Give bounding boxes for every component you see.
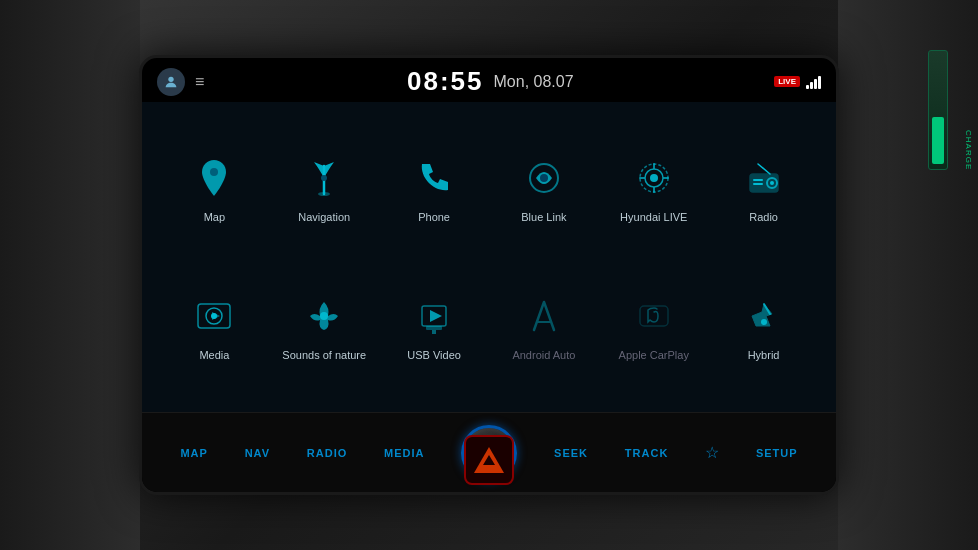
signal-bar-2 (810, 82, 813, 89)
app-map[interactable]: Map (162, 122, 267, 255)
app-hybrid-label: Hybrid (748, 348, 780, 362)
app-media-label: Media (199, 348, 229, 362)
ctrl-radio[interactable]: RADIO (307, 447, 347, 459)
applecarplay-icon (628, 290, 680, 342)
usbvideo-icon (408, 290, 460, 342)
signal-bar-4 (818, 76, 821, 89)
svg-point-11 (770, 181, 774, 185)
bluelink-icon (518, 152, 570, 204)
hyundailive-icon (628, 152, 680, 204)
status-bar: ≡ 08:55 Mon, 08.07 LIVE (142, 58, 836, 102)
map-icon (188, 152, 240, 204)
app-hybrid[interactable]: Hybrid (711, 260, 816, 393)
svg-point-5 (540, 174, 548, 182)
svg-rect-21 (640, 306, 668, 326)
charge-level (932, 117, 944, 164)
app-bluelink-label: Blue Link (521, 210, 566, 224)
phone-icon (408, 152, 460, 204)
svg-point-0 (168, 76, 173, 81)
app-grid: Map Navigation (157, 112, 821, 402)
time-display: 08:55 Mon, 08.07 (407, 66, 574, 97)
app-androidauto[interactable]: Android Auto (492, 260, 597, 393)
app-radio[interactable]: Radio (711, 122, 816, 255)
app-usbvideo-label: USB Video (407, 348, 461, 362)
svg-point-8 (650, 174, 658, 182)
app-applecarplay[interactable]: Apple CarPlay (601, 260, 706, 393)
app-hyundailive-label: Hyundai LIVE (620, 210, 687, 224)
car-dashboard: CHARGE ≡ 08:55 Mon, 08.07 (0, 0, 978, 550)
charge-text: CHARGE (964, 130, 973, 170)
ctrl-nav[interactable]: NAV (245, 447, 270, 459)
ctrl-map[interactable]: MAP (180, 447, 207, 459)
app-bluelink[interactable]: Blue Link (492, 122, 597, 255)
screen-wrapper: ≡ 08:55 Mon, 08.07 LIVE (139, 55, 839, 495)
app-map-label: Map (204, 210, 225, 224)
ctrl-track[interactable]: TRACK (625, 447, 669, 459)
app-soundsofnature[interactable]: Sounds of nature (272, 260, 377, 393)
ctrl-setup[interactable]: SETUP (756, 447, 798, 459)
svg-point-22 (761, 319, 767, 325)
signal-bar-1 (806, 85, 809, 89)
soundsofnature-icon (298, 290, 350, 342)
app-radio-label: Radio (749, 210, 778, 224)
dash-right: CHARGE (838, 0, 978, 550)
svg-point-3 (321, 175, 327, 181)
media-icon (188, 290, 240, 342)
profile-icon[interactable] (157, 68, 185, 96)
app-phone[interactable]: Phone (382, 122, 487, 255)
clock: 08:55 (407, 66, 484, 97)
svg-point-2 (318, 192, 330, 196)
app-media[interactable]: Media (162, 260, 267, 393)
app-navigation[interactable]: Navigation (272, 122, 377, 255)
app-phone-label: Phone (418, 210, 450, 224)
status-right: LIVE (774, 75, 821, 89)
dash-left (0, 0, 140, 550)
app-navigation-label: Navigation (298, 210, 350, 224)
androidauto-icon (518, 290, 570, 342)
hazard-triangle-icon (474, 447, 504, 473)
hazard-area (389, 425, 589, 495)
date: Mon, 08.07 (494, 73, 574, 91)
hazard-button[interactable] (464, 435, 514, 485)
live-badge: LIVE (774, 76, 800, 87)
svg-rect-20 (432, 330, 436, 334)
svg-point-17 (320, 312, 328, 320)
status-left: ≡ (157, 68, 206, 96)
charge-indicator (928, 50, 948, 170)
signal-bars (806, 75, 821, 89)
screen-inner: Map Navigation (142, 102, 836, 412)
app-soundsofnature-label: Sounds of nature (282, 348, 366, 362)
navigation-icon (298, 152, 350, 204)
app-usbvideo[interactable]: USB Video (382, 260, 487, 393)
svg-rect-19 (426, 326, 442, 330)
app-applecarplay-label: Apple CarPlay (619, 348, 689, 362)
app-androidauto-label: Android Auto (512, 348, 575, 362)
radio-icon (738, 152, 790, 204)
menu-icon[interactable]: ≡ (195, 73, 206, 91)
app-hyundailive[interactable]: Hyundai LIVE (601, 122, 706, 255)
hybrid-icon (738, 290, 790, 342)
signal-bar-3 (814, 79, 817, 89)
favorites-star-icon[interactable]: ☆ (705, 443, 719, 462)
svg-point-1 (210, 168, 218, 176)
